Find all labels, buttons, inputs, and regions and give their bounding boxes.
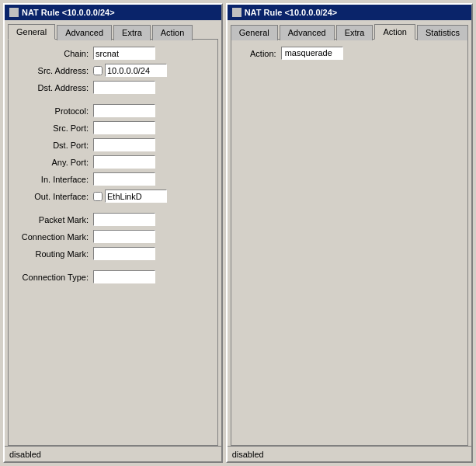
window2-title: NAT Rule <10.0.0.0/24> bbox=[245, 8, 338, 17]
connection-mark-label: Connection Mark: bbox=[12, 232, 93, 242]
src-address-checkbox[interactable] bbox=[93, 66, 102, 75]
src-address-row: Src. Address: bbox=[12, 63, 214, 78]
protocol-input[interactable] bbox=[93, 104, 155, 117]
window1-content: Chain: Src. Address: Dst. Address: Proto… bbox=[8, 39, 218, 446]
chain-input[interactable] bbox=[93, 47, 155, 60]
src-port-input[interactable] bbox=[93, 121, 155, 134]
window1-titlebar: NAT Rule <10.0.0.0/24> bbox=[5, 5, 221, 20]
window1-tabs: General Advanced Extra Action bbox=[5, 20, 221, 39]
src-address-input[interactable] bbox=[105, 64, 167, 77]
window2-status: disabled bbox=[228, 446, 471, 461]
window2-content: Action: masquerade bbox=[231, 39, 468, 446]
src-port-label: Src. Port: bbox=[12, 123, 93, 133]
src-port-row: Src. Port: bbox=[12, 120, 214, 135]
connection-type-input[interactable] bbox=[93, 270, 155, 283]
window2-icon bbox=[232, 8, 241, 17]
window1-status-text: disabled bbox=[9, 450, 41, 459]
window1: NAT Rule <10.0.0.0/24> General Advanced … bbox=[3, 3, 223, 463]
chain-label: Chain: bbox=[12, 49, 93, 58]
dst-port-input[interactable] bbox=[93, 138, 155, 151]
action-value: masquerade bbox=[281, 47, 343, 60]
connection-type-label: Connection Type: bbox=[12, 273, 93, 282]
out-interface-row: Out. Interface: bbox=[12, 189, 214, 203]
window2-tabs: General Advanced Extra Action Statistics bbox=[228, 20, 471, 39]
action-row: Action: masquerade bbox=[235, 46, 464, 61]
dst-address-row: Dst. Address: bbox=[12, 80, 214, 95]
connection-mark-row: Connection Mark: bbox=[12, 229, 214, 244]
routing-mark-input[interactable] bbox=[93, 247, 155, 260]
packet-mark-row: Packet Mark: bbox=[12, 212, 214, 227]
connection-mark-input[interactable] bbox=[93, 230, 155, 243]
protocol-row: Protocol: bbox=[12, 103, 214, 118]
window1-icon bbox=[9, 8, 19, 17]
chain-row: Chain: bbox=[12, 46, 214, 61]
tab-action-2[interactable]: Action bbox=[374, 24, 415, 40]
any-port-input[interactable] bbox=[93, 155, 155, 169]
window2-titlebar: NAT Rule <10.0.0.0/24> bbox=[228, 5, 471, 20]
window1-title: NAT Rule <10.0.0.0/24> bbox=[22, 8, 115, 17]
tab-extra-1[interactable]: Extra bbox=[113, 25, 151, 40]
protocol-label: Protocol: bbox=[12, 106, 93, 116]
connection-type-row: Connection Type: bbox=[12, 270, 214, 284]
dst-address-label: Dst. Address: bbox=[12, 83, 93, 92]
packet-mark-label: Packet Mark: bbox=[12, 215, 93, 224]
tab-advanced-1[interactable]: Advanced bbox=[57, 25, 112, 40]
dst-port-row: Dst. Port: bbox=[12, 137, 214, 152]
in-interface-row: In. Interface: bbox=[12, 172, 214, 186]
routing-mark-label: Routing Mark: bbox=[12, 249, 93, 259]
window2-status-text: disabled bbox=[232, 450, 264, 459]
tab-action-1[interactable]: Action bbox=[152, 25, 193, 40]
out-interface-input[interactable] bbox=[105, 190, 167, 203]
dst-address-input[interactable] bbox=[93, 81, 155, 94]
tab-advanced-2[interactable]: Advanced bbox=[280, 25, 335, 40]
tab-statistics-2[interactable]: Statistics bbox=[417, 25, 468, 40]
out-interface-checkbox[interactable] bbox=[93, 192, 102, 201]
routing-mark-row: Routing Mark: bbox=[12, 246, 214, 261]
tab-general-2[interactable]: General bbox=[231, 25, 278, 40]
packet-mark-input[interactable] bbox=[93, 213, 155, 226]
src-address-label: Src. Address: bbox=[12, 66, 93, 75]
in-interface-label: In. Interface: bbox=[12, 175, 93, 184]
src-address-checkbox-wrapper bbox=[93, 64, 167, 77]
out-interface-checkbox-wrapper bbox=[93, 190, 167, 203]
any-port-label: Any. Port: bbox=[12, 158, 93, 167]
any-port-row: Any. Port: bbox=[12, 155, 214, 169]
tab-general-1[interactable]: General bbox=[8, 24, 55, 40]
window1-status: disabled bbox=[5, 446, 221, 461]
in-interface-input[interactable] bbox=[93, 172, 155, 186]
action-label: Action: bbox=[235, 49, 281, 58]
out-interface-label: Out. Interface: bbox=[12, 192, 93, 201]
tab-extra-2[interactable]: Extra bbox=[336, 25, 374, 40]
window2: NAT Rule <10.0.0.0/24> General Advanced … bbox=[226, 3, 473, 463]
dst-port-label: Dst. Port: bbox=[12, 141, 93, 150]
